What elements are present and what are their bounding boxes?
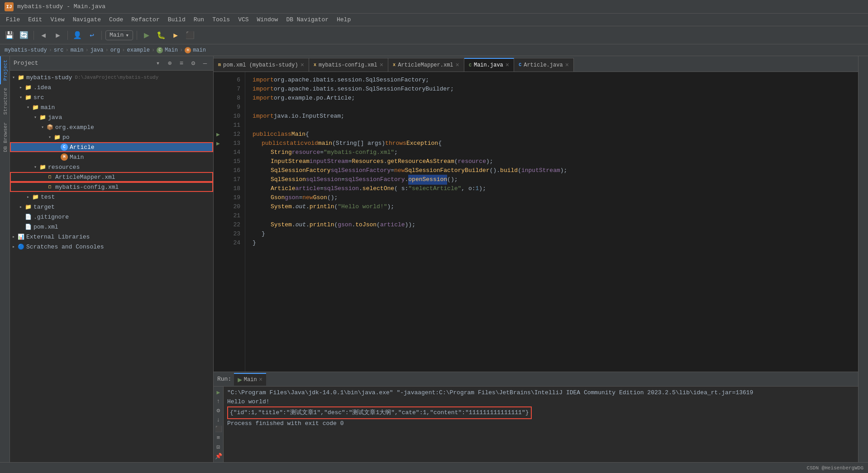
left-label-db-browser[interactable]: DB Browser: [0, 119, 10, 156]
menu-file[interactable]: File: [2, 14, 24, 25]
console-run-btn[interactable]: ▶: [215, 388, 223, 396]
menu-code[interactable]: Code: [105, 14, 127, 25]
tree-item-external-libs[interactable]: 📊 External Libraries: [10, 232, 213, 242]
tree-item-mybatis-config[interactable]: 🗒 mybatis-config.xml: [10, 182, 213, 192]
articlemapper-xml-icon: 🗒: [46, 173, 53, 181]
tree-label-test: test: [41, 194, 55, 201]
menu-run[interactable]: Run: [190, 14, 208, 25]
back-button[interactable]: ◀: [38, 29, 49, 41]
tree-item-gitignore[interactable]: 📄 .gitignore: [10, 212, 213, 222]
console-tab-close[interactable]: ×: [259, 377, 262, 383]
tree-item-java[interactable]: 📁 java: [10, 112, 213, 122]
stop-button[interactable]: ⬛: [184, 29, 196, 41]
tree-item-scratches[interactable]: 🔵 Scratches and Consoles: [10, 242, 213, 252]
tree-label-pom: pom.xml: [33, 224, 58, 230]
gutter-12[interactable]: ▶: [214, 130, 223, 139]
undo-button[interactable]: ↩: [86, 29, 98, 41]
ln-23: 23: [223, 229, 240, 239]
menu-help[interactable]: Help: [333, 14, 354, 25]
menu-build[interactable]: Build: [164, 14, 189, 25]
status-right-text: CSDN @HeisenbergWDG: [807, 465, 863, 471]
tree-item-target[interactable]: 📁 target: [10, 202, 213, 212]
tree-item-po[interactable]: 📁 po: [10, 132, 213, 142]
panel-close-button[interactable]: —: [200, 59, 210, 68]
console-scroll-down-btn[interactable]: ↓: [215, 416, 223, 424]
console-tab-main[interactable]: ▶ Main ×: [234, 373, 266, 386]
console-stop-btn[interactable]: ⬛: [215, 425, 223, 433]
console-scroll-up-btn[interactable]: ↑: [215, 397, 223, 405]
tree-item-root[interactable]: 📁 mybatis-study D:\JavaProject\mybatis-s…: [10, 72, 213, 82]
tab-pom-xml[interactable]: m pom.xml (mybatis-study) ×: [214, 58, 309, 72]
tree-item-org-example[interactable]: 📦 org.example: [10, 122, 213, 132]
tree-item-idea[interactable]: 📁 .idea: [10, 82, 213, 92]
tree-arrow-po: [46, 134, 53, 141]
save-all-button[interactable]: 💾: [4, 29, 15, 41]
tab-close-pom[interactable]: ×: [300, 62, 304, 68]
tree-item-article[interactable]: C Article: [10, 142, 213, 152]
tab-close-articlemapper[interactable]: ×: [456, 62, 459, 68]
code-content[interactable]: import org.apache.ibatis.session.SqlSess…: [245, 72, 858, 372]
breadcrumb-sep-7: ›: [180, 47, 183, 53]
sync-button[interactable]: 🔄: [18, 29, 30, 41]
menu-view[interactable]: View: [47, 14, 68, 25]
menu-tools[interactable]: Tools: [209, 14, 234, 25]
code-editor[interactable]: ▶ ▶: [214, 72, 858, 372]
gutter-18: [214, 184, 223, 193]
tab-close-main-java[interactable]: ×: [506, 62, 509, 68]
tree-item-articlemapper[interactable]: 🗒 ArticleMapper.xml: [10, 172, 213, 182]
tree-item-pom[interactable]: 📄 pom.xml: [10, 222, 213, 232]
breadcrumb-main-class[interactable]: Main: [165, 47, 178, 53]
panel-settings-button[interactable]: ⚙: [189, 59, 198, 68]
menu-vcs[interactable]: VCS: [234, 14, 252, 25]
console-settings-btn[interactable]: ⚙: [215, 407, 223, 415]
menu-navigate[interactable]: Navigate: [69, 14, 105, 25]
breadcrumb-example[interactable]: example: [127, 47, 149, 53]
tab-mybatis-config[interactable]: x mybatis-config.xml ×: [309, 58, 388, 72]
menu-edit[interactable]: Edit: [24, 14, 46, 25]
branch-selector[interactable]: Main ▾: [105, 30, 133, 40]
menu-refactor[interactable]: Refactor: [128, 14, 163, 25]
panel-collapse-button[interactable]: ≡: [177, 59, 186, 68]
tree-item-resources[interactable]: 📁 resources: [10, 162, 213, 172]
tree-item-src[interactable]: 📁 src: [10, 92, 213, 102]
code-line-7: import org.apache.ibatis.session.SqlSess…: [253, 85, 851, 94]
menu-bar: File Edit View Navigate Code Refactor Bu…: [0, 14, 868, 26]
tree-label-gitignore: .gitignore: [33, 214, 69, 220]
tree-arrow-test: [24, 193, 32, 201]
debug-button[interactable]: 🐛: [155, 29, 167, 41]
run-button[interactable]: ▶: [141, 29, 153, 41]
breadcrumb-sep-3: ›: [85, 47, 88, 53]
breadcrumb-main-method[interactable]: main: [193, 47, 206, 53]
console-layout-btn[interactable]: ⊡: [215, 444, 223, 451]
coverage-button[interactable]: ▶: [170, 29, 181, 41]
console-filter-btn[interactable]: ≡: [215, 434, 223, 442]
navigate-profile-button[interactable]: 👤: [72, 29, 83, 41]
tree-item-main-folder[interactable]: 📁 main: [10, 102, 213, 112]
panel-dropdown-button[interactable]: ▾: [153, 59, 162, 68]
menu-window[interactable]: Window: [253, 14, 282, 25]
ln-20: 20: [223, 202, 240, 211]
breadcrumb-main[interactable]: main: [71, 47, 84, 53]
tab-articlemapper[interactable]: x ArticleMapper.xml ×: [388, 58, 464, 72]
tab-main-java[interactable]: C Main.java ×: [464, 58, 514, 72]
toolbar: 💾 🔄 ◀ ▶ 👤 ↩ Main ▾ ▶ 🐛 ▶ ⬛: [0, 26, 868, 44]
console-pin-btn[interactable]: 📌: [215, 453, 223, 460]
tab-close-article-java[interactable]: ×: [565, 62, 569, 68]
panel-scroll-from-source-button[interactable]: ⊕: [165, 59, 174, 68]
forward-button[interactable]: ▶: [52, 29, 64, 41]
breadcrumb-org[interactable]: org: [110, 47, 120, 53]
tree-item-main-class[interactable]: M Main: [10, 152, 213, 162]
code-line-19: Gson gson = new Gson ();: [253, 193, 851, 202]
menu-dbnavigator[interactable]: DB Navigator: [282, 14, 332, 25]
breadcrumb-java[interactable]: java: [91, 47, 104, 53]
tree-item-test[interactable]: 📁 test: [10, 192, 213, 202]
line-numbers: 6 7 8 9 10 11 12 13 14 15 16 17 18 19: [223, 72, 245, 372]
breadcrumb-src[interactable]: src: [54, 47, 64, 53]
left-label-structure[interactable]: Structure: [0, 84, 10, 118]
tree-arrow-external: [10, 233, 17, 240]
left-label-project[interactable]: Project: [0, 56, 10, 84]
tab-close-mybatis-config[interactable]: ×: [380, 62, 383, 68]
breadcrumb-project[interactable]: mybatis-study: [5, 47, 47, 53]
tab-article-java[interactable]: C Article.java ×: [514, 58, 574, 72]
gutter-13[interactable]: ▶: [214, 139, 223, 148]
